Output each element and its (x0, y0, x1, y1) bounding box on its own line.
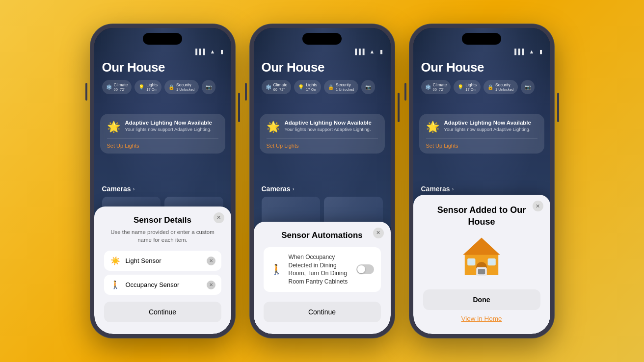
chip-climate-text-3: Climate 60–72° (433, 82, 447, 92)
svg-marker-1 (463, 238, 500, 255)
chip-security-1[interactable]: 🔒 Security 1 Unlocked (164, 80, 199, 94)
phone-screen-1: ▐▐▐ ▲ ▮ Our House ❄️ Climate 60–72° (94, 28, 231, 334)
chips-row-1: ❄️ Climate 60–72° 💡 Lights 17 On (102, 80, 223, 94)
chips-row-3: ❄️ Climate 60–72° 💡 Lights 17 On (421, 80, 542, 94)
app-header-1: Our House ❄️ Climate 60–72° 💡 Lights 1 (94, 60, 231, 94)
adaptive-text-3: Adaptive Lighting Now Available Your lig… (444, 120, 531, 132)
app-header-3: Our House ❄️ Climate 60–72° 💡 Lights 1 (413, 60, 550, 94)
cameras-chevron-2: › (293, 186, 295, 192)
phone-screen-2: ▐▐▐ ▲ ▮ Our House ❄️ Climate 60–72° 💡 (254, 28, 391, 334)
chip-climate-3[interactable]: ❄️ Climate 60–72° (421, 80, 451, 94)
cameras-label-3[interactable]: Cameras › (421, 185, 542, 193)
light-sensor-label: Light Sensor (126, 257, 202, 264)
cameras-label-2[interactable]: Cameras › (262, 185, 383, 193)
adaptive-card-content-2: 🌟 Adaptive Lighting Now Available Your l… (267, 120, 378, 138)
set-up-lights-link-1[interactable]: Set Up Lights (107, 138, 218, 154)
sensor-added-done-button[interactable]: Done (423, 289, 540, 310)
sensor-automations-continue-button[interactable]: Continue (264, 302, 381, 322)
status-bar-1: ▐▐▐ ▲ ▮ (94, 49, 231, 55)
adaptive-light-icon-2: 🌟 (267, 121, 280, 133)
app-title-1: Our House (102, 60, 223, 75)
modal-close-button-1[interactable]: ✕ (214, 212, 224, 223)
lights-icon-2: 💡 (298, 84, 304, 90)
chip-security-2[interactable]: 🔒 Security 1 Unlocked (324, 80, 358, 94)
chip-climate-2[interactable]: ❄️ Climate 60–72° (262, 80, 292, 94)
sensor-item-occupancy[interactable]: 🚶 Occupancy Sensor ✕ (104, 275, 221, 295)
cameras-chevron-1: › (133, 186, 135, 192)
adaptive-card-3: 🌟 Adaptive Lighting Now Available Your l… (419, 114, 544, 154)
automation-item: 🚶 When Occupancy Detected in Dining Room… (264, 247, 381, 292)
adaptive-subtitle-3: Your lights now support Adaptive Lightin… (444, 127, 531, 132)
chip-lights-text-2: Lights 17 On (306, 82, 317, 92)
chip-lights-2[interactable]: 💡 Lights 17 On (294, 80, 321, 94)
modal-close-button-2[interactable]: ✕ (373, 228, 384, 238)
camera-icon-3: 📷 (525, 84, 531, 90)
security-icon-1: 🔒 (168, 84, 174, 90)
chip-security-3[interactable]: 🔒 Security 1 Unlocked (483, 80, 518, 94)
chip-lights-1[interactable]: 💡 Lights 17 On (134, 80, 161, 94)
house-icon-container (423, 235, 540, 280)
adaptive-card-2: 🌟 Adaptive Lighting Now Available Your l… (260, 114, 385, 154)
status-bar-3: ▐▐▐ ▲ ▮ (413, 49, 550, 55)
battery-icon-3: ▮ (539, 49, 542, 55)
set-up-lights-link-2[interactable]: Set Up Lights (267, 138, 378, 154)
cameras-text-3: Cameras (421, 185, 450, 193)
adaptive-card-content-1: 🌟 Adaptive Lighting Now Available Your l… (107, 120, 218, 138)
sensor-automations-title: Sensor Automations (264, 231, 381, 240)
phone-side-btn-right-2 (398, 93, 400, 122)
chip-climate-text-2: Climate 60–72° (273, 82, 288, 92)
signal-icon: ▐▐▐ (193, 49, 205, 55)
chip-lights-3[interactable]: 💡 Lights 17 On (454, 80, 481, 94)
adaptive-light-icon-3: 🌟 (426, 121, 439, 133)
phone-frame-1: ▐▐▐ ▲ ▮ Our House ❄️ Climate 60–72° (90, 24, 235, 338)
occupancy-sensor-clear[interactable]: ✕ (207, 281, 215, 289)
chip-climate-1[interactable]: ❄️ Climate 60–72° (102, 80, 132, 94)
phone-side-btn-left-3 (404, 83, 406, 101)
phone-screen-3: ▐▐▐ ▲ ▮ Our House ❄️ Climate 60–72° 💡 (413, 28, 550, 334)
chip-camera-1[interactable]: 📷 (202, 80, 215, 94)
app-title-3: Our House (421, 60, 542, 75)
sensor-item-light[interactable]: ☀️ Light Sensor ✕ (104, 251, 221, 271)
phone-3: ▐▐▐ ▲ ▮ Our House ❄️ Climate 60–72° 💡 (409, 24, 554, 338)
phone-side-btn-right-1 (238, 93, 240, 122)
sensor-details-continue-button[interactable]: Continue (104, 302, 221, 322)
automation-person-icon: 🚶 (270, 263, 283, 275)
camera-icon-1: 📷 (206, 84, 212, 90)
chip-climate-text-1: Climate 60–72° (114, 82, 128, 92)
adaptive-text-1: Adaptive Lighting Now Available Your lig… (125, 120, 212, 132)
phone-side-btn-right-3 (557, 93, 559, 122)
light-sensor-icon: ☀️ (110, 256, 121, 265)
adaptive-card-1: 🌟 Adaptive Lighting Now Available Your l… (100, 114, 225, 154)
adaptive-title-3: Adaptive Lighting Now Available (444, 120, 531, 126)
sensor-details-subtitle: Use the name provided or enter a custom … (104, 228, 221, 244)
sensor-automations-modal: ✕ Sensor Automations 🚶 When Occupancy De… (254, 222, 391, 334)
phone-side-btn-left-1 (85, 83, 87, 101)
house-icon-svg (459, 235, 504, 280)
cameras-chevron-3: › (452, 186, 454, 192)
chip-camera-3[interactable]: 📷 (521, 80, 535, 94)
wifi-icon-2: ▲ (370, 49, 375, 55)
phone-frame-2: ▐▐▐ ▲ ▮ Our House ❄️ Climate 60–72° 💡 (250, 24, 395, 338)
status-bar-2: ▐▐▐ ▲ ▮ (254, 49, 391, 55)
light-sensor-clear[interactable]: ✕ (207, 257, 215, 265)
view-in-home-link[interactable]: View in Home (423, 315, 540, 322)
sensor-details-title: Sensor Details (104, 215, 221, 225)
app-header-2: Our House ❄️ Climate 60–72° 💡 Lights 1 (254, 60, 391, 94)
set-up-lights-link-3[interactable]: Set Up Lights (426, 138, 537, 154)
lights-icon-3: 💡 (457, 84, 463, 90)
chips-row-2: ❄️ Climate 60–72° 💡 Lights 17 On (262, 80, 383, 94)
camera-icon-2: 📷 (365, 84, 371, 90)
phone-1: ▐▐▐ ▲ ▮ Our House ❄️ Climate 60–72° (90, 24, 235, 338)
sensor-added-title: Sensor Added to Our House (423, 205, 540, 228)
automation-toggle[interactable] (356, 264, 374, 274)
chip-security-text-1: Security 1 Unlocked (176, 82, 195, 92)
cameras-text-1: Cameras (102, 185, 131, 193)
chip-lights-text-1: Lights 17 On (146, 82, 158, 92)
chip-camera-2[interactable]: 📷 (361, 80, 375, 94)
battery-icon-2: ▮ (380, 49, 383, 55)
dynamic-island-2 (302, 33, 342, 45)
modal-close-button-3[interactable]: ✕ (533, 201, 543, 211)
adaptive-title-1: Adaptive Lighting Now Available (125, 120, 212, 126)
phone-side-btn-left-2 (245, 83, 247, 101)
cameras-label-1[interactable]: Cameras › (102, 185, 223, 193)
